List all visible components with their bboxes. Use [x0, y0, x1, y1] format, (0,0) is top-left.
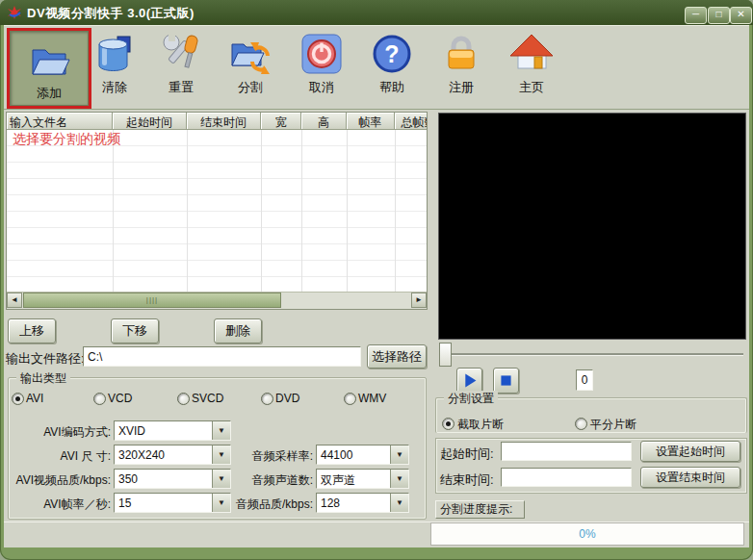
toolbar-cancel-button[interactable]: 取消: [291, 29, 352, 106]
move-up-button[interactable]: 上移: [8, 318, 56, 344]
scrollbar-thumb[interactable]: ||||: [23, 293, 281, 308]
radio-dvd[interactable]: [261, 393, 273, 405]
radio-vcd[interactable]: [93, 393, 106, 405]
chevron-down-icon[interactable]: ▼: [212, 470, 230, 488]
set-start-time-button[interactable]: 设置起始时间: [640, 441, 740, 462]
audio-channels-value: 双声道: [321, 472, 355, 489]
seek-slider-thumb[interactable]: [439, 343, 452, 367]
toolbar-register-label: 注册: [430, 79, 492, 96]
column-header-height[interactable]: 高: [301, 113, 347, 130]
progress-bar: 0%: [430, 522, 744, 546]
audio-samplerate-value: 44100: [321, 448, 352, 462]
progress-percent: 0%: [579, 527, 595, 541]
radio-avi-label: AVI: [26, 392, 43, 405]
file-table[interactable]: 输入文件名 起始时间 结束时间 宽 高 帧率 总帧数 选择要分割的视频 ◄ ||…: [6, 112, 428, 310]
minimize-button[interactable]: ─: [685, 7, 707, 24]
audio-channels-label: 音频声道数:: [234, 472, 313, 489]
svg-text:?: ?: [384, 40, 399, 67]
horizontal-scrollbar[interactable]: ◄ |||| ►: [7, 292, 427, 309]
avi-framerate-combo[interactable]: 15 ▼: [114, 493, 231, 513]
audio-quality-label: 音频品质/kbps:: [234, 496, 313, 513]
progress-label: 分割进度提示:: [435, 500, 525, 519]
close-button[interactable]: ✕: [730, 7, 752, 24]
stop-icon: [494, 369, 518, 393]
toolbar-help-button[interactable]: ? 帮助: [361, 29, 423, 106]
seek-slider-track[interactable]: [441, 353, 743, 356]
toolbar-register-button[interactable]: 注册: [430, 29, 492, 106]
avi-video-quality-label: AVI视频品质/kbps:: [8, 472, 111, 489]
browse-path-button[interactable]: 选择路径: [367, 344, 427, 369]
toolbar-add-label: 添加: [11, 85, 88, 102]
start-time-label: 起始时间:: [440, 445, 494, 463]
radio-wmv[interactable]: [344, 393, 356, 405]
stop-button[interactable]: [493, 368, 519, 394]
end-time-label: 结束时间:: [440, 471, 494, 489]
chevron-down-icon[interactable]: ▼: [390, 494, 408, 512]
play-icon: [457, 369, 481, 393]
output-path-label: 输出文件路径:: [6, 350, 85, 368]
avi-codec-label: AVI编码方式:: [8, 424, 111, 441]
chevron-down-icon[interactable]: ▼: [212, 494, 230, 512]
radio-svcd-label: SVCD: [192, 392, 223, 405]
add-button-highlight-box: 添加: [7, 28, 91, 109]
audio-samplerate-combo[interactable]: 44100 ▼: [316, 445, 409, 465]
toolbar-split-button[interactable]: 分割: [220, 29, 281, 106]
radio-svcd[interactable]: [177, 393, 190, 405]
audio-quality-combo[interactable]: 128 ▼: [316, 493, 409, 513]
toolbar-split-label: 分割: [220, 79, 281, 96]
avi-size-combo[interactable]: 320X240 ▼: [114, 445, 231, 465]
radio-clip-segment-label: 截取片断: [457, 417, 504, 433]
avi-video-quality-combo[interactable]: 350 ▼: [114, 469, 231, 489]
radio-wmv-label: WMV: [358, 392, 386, 405]
column-header-width[interactable]: 宽: [261, 113, 301, 130]
output-path-input[interactable]: [83, 346, 361, 367]
avi-codec-value: XVID: [118, 424, 145, 438]
end-time-input[interactable]: [501, 468, 632, 487]
set-end-time-button[interactable]: 设置结束时间: [640, 467, 740, 488]
move-down-button[interactable]: 下移: [111, 318, 159, 344]
radio-vcd-label: VCD: [108, 392, 132, 405]
select-video-hint: 选择要分割的视频: [13, 131, 120, 148]
chevron-down-icon[interactable]: ▼: [390, 445, 408, 464]
audio-channels-combo[interactable]: 双声道 ▼: [316, 469, 409, 489]
start-time-input[interactable]: [501, 442, 632, 461]
file-table-body[interactable]: 选择要分割的视频: [7, 130, 427, 293]
chevron-down-icon[interactable]: ▼: [212, 421, 230, 440]
maximize-button[interactable]: □: [708, 7, 730, 24]
scroll-right-arrow[interactable]: ►: [411, 293, 427, 308]
delete-button[interactable]: 删除: [214, 318, 262, 344]
scroll-left-arrow[interactable]: ◄: [7, 293, 22, 308]
play-button[interactable]: [456, 368, 482, 394]
column-header-filename[interactable]: 输入文件名: [7, 113, 113, 130]
cancel-power-icon: [299, 31, 345, 77]
clear-cylinder-icon: [91, 31, 138, 77]
radio-avi[interactable]: [12, 393, 24, 405]
column-header-start-time[interactable]: 起始时间: [113, 113, 187, 130]
toolbar-clear-button[interactable]: 清除: [84, 29, 145, 106]
radio-dvd-label: DVD: [275, 392, 299, 405]
column-header-end-time[interactable]: 结束时间: [187, 113, 261, 130]
open-folder-icon: [26, 38, 72, 84]
toolbar-reset-button[interactable]: 重置: [150, 29, 212, 106]
avi-codec-combo[interactable]: XVID ▼: [114, 420, 231, 441]
column-header-total-frames[interactable]: 总帧数: [395, 113, 427, 130]
toolbar-add-button[interactable]: 添加: [10, 31, 89, 106]
window-title: DV视频分割快手 3.0(正式版): [27, 5, 195, 22]
toolbar-home-button[interactable]: 主页: [501, 29, 562, 106]
file-table-header: 输入文件名 起始时间 结束时间 宽 高 帧率 总帧数: [7, 113, 427, 130]
column-divider: [113, 130, 114, 293]
column-header-framerate[interactable]: 帧率: [347, 113, 395, 130]
split-settings-title: 分割设置: [444, 391, 498, 407]
chevron-down-icon[interactable]: ▼: [212, 445, 230, 464]
title-bar: DV视频分割快手 3.0(正式版) ─ □ ✕: [0, 0, 753, 25]
toolbar-clear-label: 清除: [84, 79, 145, 96]
toolbar-reset-label: 重置: [150, 79, 212, 96]
column-divider: [347, 130, 348, 293]
video-preview: [438, 113, 746, 340]
radio-clip-segment[interactable]: [442, 418, 454, 430]
audio-quality-value: 128: [321, 496, 340, 510]
column-divider: [395, 130, 396, 293]
home-house-icon: [508, 31, 555, 77]
chevron-down-icon[interactable]: ▼: [390, 470, 408, 488]
radio-equal-segments[interactable]: [575, 418, 587, 430]
